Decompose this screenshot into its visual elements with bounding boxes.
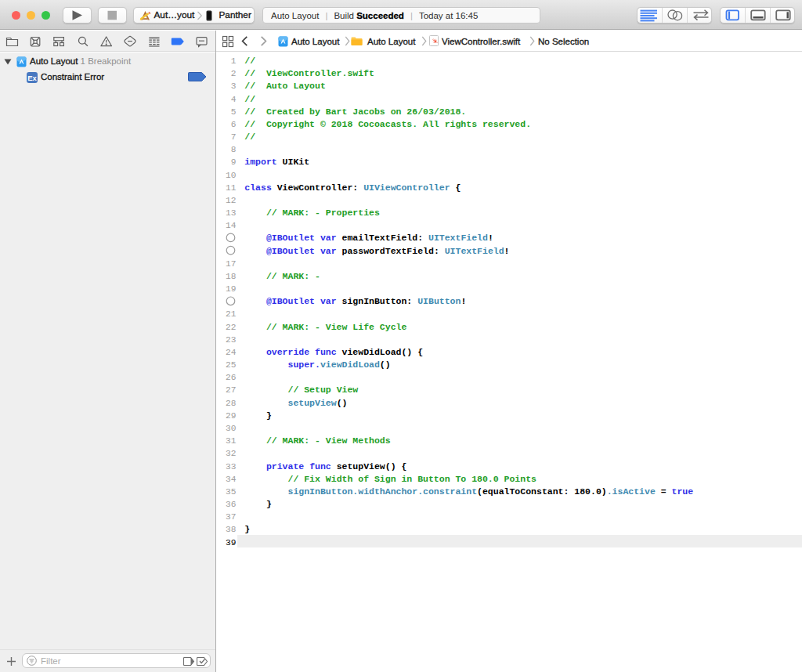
svg-text:Ex: Ex [27, 73, 37, 81]
